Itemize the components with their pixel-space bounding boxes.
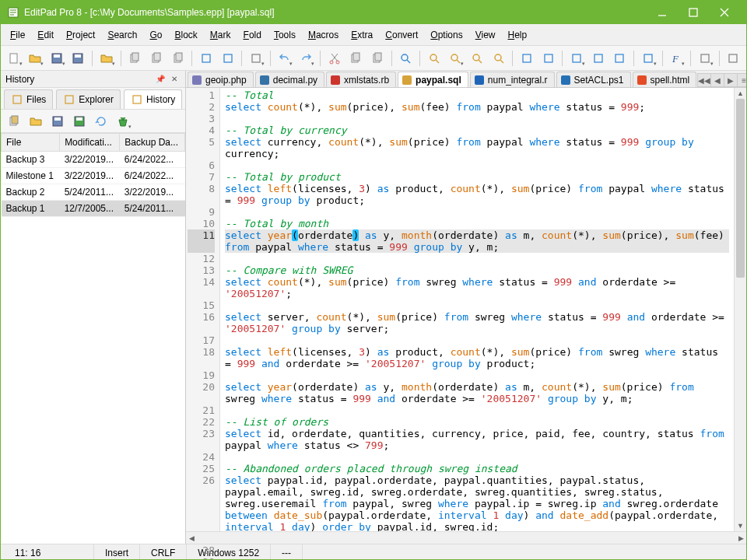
code-line[interactable]: -- Total by product (225, 171, 729, 183)
menu-file[interactable]: File (4, 26, 31, 44)
code-line[interactable]: select year(orderdate) as y, month(order… (225, 229, 729, 241)
gutter-line[interactable] (188, 439, 215, 451)
gutter-line[interactable] (188, 194, 215, 206)
gutter-line[interactable]: 3 (188, 113, 215, 124)
code-line[interactable]: -- Total by month (225, 218, 729, 229)
file-tab-geoip-php[interactable]: geoip.php (188, 72, 254, 87)
tab-control-3[interactable]: ≡ (737, 73, 747, 87)
minimize-button[interactable] (647, 1, 678, 24)
save-all-button[interactable] (68, 48, 89, 68)
code-line[interactable]: select left(licenses, 3) as product, cou… (225, 183, 729, 194)
code-line[interactable]: swreg.useremail from paypal, swreg where… (225, 498, 729, 509)
scroll-right-icon[interactable]: ▶ (735, 532, 746, 544)
compare-button[interactable]: ▾ (566, 48, 587, 68)
code-line[interactable]: select currency, count(*), sum(price) fr… (225, 136, 729, 148)
panel-tab-files[interactable]: Files (4, 89, 53, 109)
history-table[interactable]: FileModificati...Backup Da...Backup 33/2… (1, 133, 185, 544)
gutter-line[interactable]: 1 (188, 89, 215, 101)
code-line[interactable] (225, 159, 729, 171)
gutter-line[interactable]: 21 (188, 404, 215, 416)
code-line[interactable] (225, 113, 729, 124)
preferences-button[interactable] (724, 48, 744, 68)
open-project-button[interactable]: ▾ (96, 48, 117, 68)
code-line[interactable] (225, 206, 729, 218)
sort-button[interactable] (588, 48, 608, 68)
gutter-line[interactable]: 24 (188, 451, 215, 463)
code-line[interactable]: -- List of orders (225, 416, 729, 428)
gutter-line[interactable]: 23 (188, 428, 215, 439)
gutter-line[interactable]: 4 (188, 124, 215, 136)
file-tab-paypal-sql[interactable]: paypal.sql (398, 72, 468, 87)
open-file-button[interactable]: ▾ (26, 48, 46, 68)
tab-control-2[interactable]: ▶ (724, 73, 738, 87)
code-line[interactable]: currency; (225, 148, 729, 159)
code-line[interactable]: = 999 and orderdate >= '20051207' group … (225, 358, 729, 369)
status-eol[interactable]: CRLF (140, 544, 187, 560)
toggle-bookmark-button[interactable] (196, 48, 216, 68)
file-tab-num_integral-r[interactable]: num_integral.r (470, 72, 555, 87)
find-button[interactable] (396, 48, 416, 68)
menu-edit[interactable]: Edit (31, 26, 60, 44)
code-line[interactable]: '20051207' group by server; (225, 323, 729, 334)
zoom-reset-button[interactable]: ▾ (446, 48, 466, 68)
menu-extra[interactable]: Extra (345, 26, 379, 44)
file-tab-SetACL-ps1[interactable]: SetACL.ps1 (556, 72, 631, 87)
line-gutter[interactable]: 1234567891011121314151617181920212223242… (186, 88, 220, 531)
code-line[interactable] (225, 334, 729, 346)
paste-button[interactable] (168, 48, 188, 68)
scroll-thumb[interactable] (736, 99, 745, 278)
tab-control-1[interactable]: ◀ (710, 73, 724, 87)
zoom-fit-button[interactable] (489, 48, 509, 68)
menu-project[interactable]: Project (60, 26, 101, 44)
new-file-button[interactable]: ▾ (4, 48, 24, 68)
status-position[interactable]: 11: 16 (1, 544, 94, 560)
gutter-line[interactable]: 22 (188, 416, 215, 428)
gutter-line[interactable] (188, 323, 215, 334)
paste-clip-button[interactable] (367, 48, 388, 68)
maximize-button[interactable] (678, 1, 709, 24)
code-line[interactable]: interval 1 day) order by paypal.id, swre… (225, 521, 729, 531)
tab-control-0[interactable]: ◀◀ (697, 73, 711, 87)
select-rect-button[interactable] (517, 48, 537, 68)
history-col-0[interactable]: File (2, 134, 60, 152)
gutter-line[interactable]: 2 (188, 101, 215, 113)
gutter-line[interactable]: 7 (188, 171, 215, 183)
code-line[interactable]: select id, orderdate, quantities, curren… (225, 428, 729, 439)
file-tab-decimal-py[interactable]: decimal.py (255, 72, 324, 87)
code-line[interactable]: -- Total (225, 89, 729, 101)
status-insert-mode[interactable]: Insert (94, 544, 140, 560)
code-line[interactable]: = 999 group by product; (225, 194, 729, 206)
code-line[interactable] (225, 299, 729, 311)
code-line[interactable]: swreg where status = 999 and orderdate >… (225, 393, 729, 404)
code-line[interactable]: paypal where status <> 799; (225, 439, 729, 451)
menu-go[interactable]: Go (143, 26, 168, 44)
gutter-line[interactable]: 16 (188, 311, 215, 323)
next-bookmark-button[interactable] (218, 48, 238, 68)
history-refresh-button[interactable] (91, 111, 111, 131)
gutter-line[interactable]: 12 (188, 253, 215, 264)
horizontal-scrollbar[interactable]: ◀ ▶ (186, 531, 746, 544)
gutter-line[interactable] (188, 241, 215, 253)
copy-append-button[interactable] (146, 48, 167, 68)
save-file-button[interactable]: ▾ (47, 48, 67, 68)
gutter-line[interactable]: 18 (188, 346, 215, 358)
gutter-line[interactable]: 8 (188, 183, 215, 194)
gutter-line[interactable]: 19 (188, 369, 215, 381)
history-save-button[interactable] (47, 111, 68, 131)
code-line[interactable]: select year(orderdate) as y, month(order… (225, 381, 729, 393)
code-line[interactable]: from paypal where status = 999 group by … (225, 241, 729, 253)
options-button[interactable]: ▾ (695, 48, 715, 68)
scroll-left-icon[interactable]: ◀ (186, 532, 197, 544)
history-row[interactable]: Milestone 13/22/2019...6/24/2022... (2, 168, 185, 184)
gutter-line[interactable] (188, 498, 215, 509)
zoom-in-button[interactable] (424, 48, 444, 68)
close-button[interactable] (709, 1, 740, 24)
select-line-button[interactable] (538, 48, 559, 68)
history-col-1[interactable]: Modificati... (60, 134, 120, 152)
gutter-line[interactable] (188, 288, 215, 299)
gutter-line[interactable]: 17 (188, 334, 215, 346)
gutter-line[interactable]: 6 (188, 159, 215, 171)
history-row[interactable]: Backup 33/22/2019...6/24/2022... (2, 152, 185, 168)
code-editor[interactable]: -- Totalselect count(*), sum(price), sum… (220, 88, 734, 531)
menu-block[interactable]: Block (169, 26, 204, 44)
